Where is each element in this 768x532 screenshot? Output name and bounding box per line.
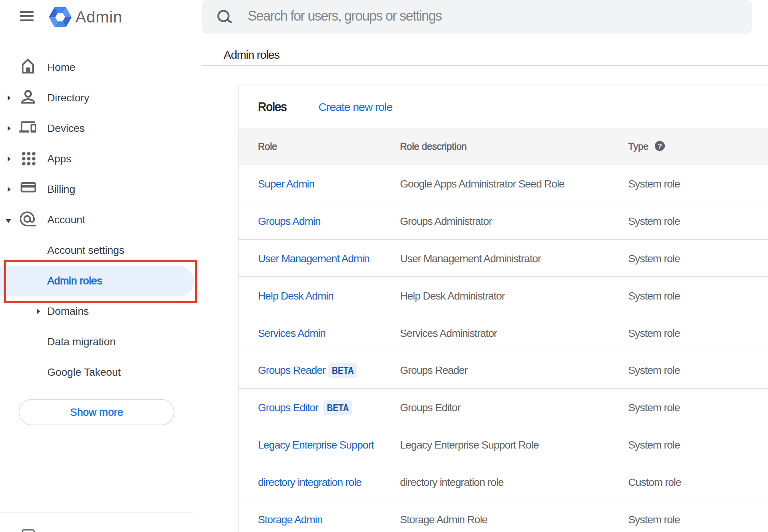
svg-text:?: ?: [658, 142, 662, 150]
